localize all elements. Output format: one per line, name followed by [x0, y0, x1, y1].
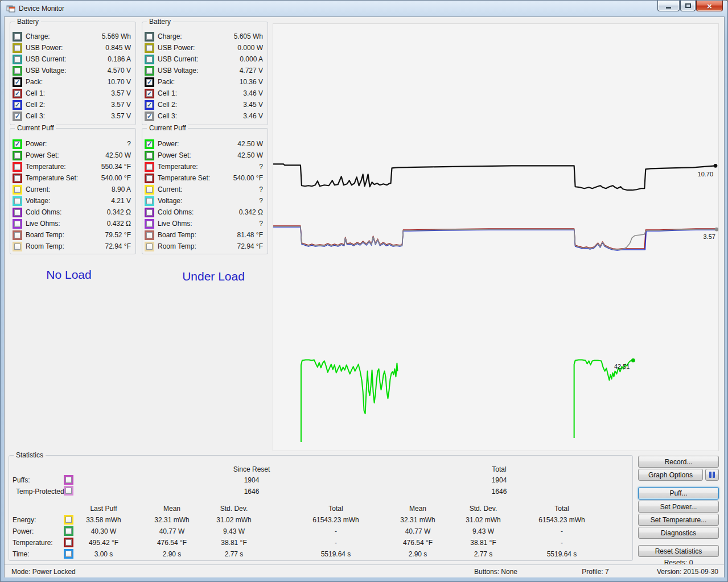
metric-row: Cold Ohms:0.342 Ω	[10, 207, 135, 218]
usb-voltage-checkbox[interactable]	[13, 66, 22, 76]
checkmark	[146, 175, 153, 181]
power-checkbox[interactable]: ✓	[145, 139, 154, 149]
cell-1-checkbox[interactable]: ✓	[13, 89, 22, 98]
puff-button[interactable]: Puff...	[638, 487, 719, 500]
room-temp-checkbox[interactable]	[145, 242, 154, 251]
metric-row: USB Voltage:4.570 V	[10, 65, 135, 76]
puffs-checkbox[interactable]	[64, 475, 73, 485]
usb-power-checkbox[interactable]	[13, 43, 22, 53]
checkmark	[14, 56, 20, 63]
metric-value: 10.70 V	[108, 78, 131, 86]
power-set-checkbox[interactable]	[145, 151, 154, 160]
current-checkbox[interactable]	[145, 185, 154, 195]
checkmark	[14, 221, 20, 227]
checkmark: ✓	[14, 141, 20, 147]
pause-button[interactable]	[705, 469, 719, 481]
graph-options-button[interactable]: Graph Options	[638, 469, 703, 481]
checkmark	[14, 187, 20, 193]
stat-cell: -	[513, 539, 610, 547]
temp-protected-count: 1646	[203, 488, 300, 496]
cold-ohms-checkbox[interactable]	[145, 208, 154, 217]
record-button[interactable]: Record...	[638, 456, 719, 468]
checkmark	[14, 175, 20, 181]
cell-2-checkbox[interactable]: ✓	[13, 100, 22, 110]
temperature-set-checkbox[interactable]	[145, 174, 154, 183]
live-ohms-checkbox[interactable]	[145, 219, 154, 229]
power-checkbox[interactable]: ✓	[13, 139, 22, 149]
temperature-checkbox[interactable]	[13, 162, 22, 172]
metric-value: 72.94 °F	[105, 242, 131, 250]
board-temp-checkbox[interactable]	[13, 230, 22, 240]
cell-1-checkbox[interactable]: ✓	[145, 89, 154, 98]
usb-current-checkbox[interactable]	[13, 55, 22, 64]
reset-statistics-button[interactable]: Reset Statistics	[638, 545, 719, 557]
group-title: Battery	[147, 18, 173, 26]
pack-checkbox[interactable]: ✓	[13, 77, 22, 87]
metric-label: Temperature:	[26, 163, 66, 171]
metric-value: 4.727 V	[240, 67, 263, 75]
minimize-button[interactable]	[657, 1, 680, 11]
metric-value: 3.45 V	[243, 101, 263, 109]
metric-row: Temperature:?	[142, 161, 268, 172]
metric-label: Cell 2:	[26, 101, 45, 109]
power-set-checkbox[interactable]	[13, 151, 22, 160]
metric-value: 79.52 °F	[105, 231, 131, 239]
checkmark	[146, 209, 153, 216]
metric-label: Cold Ohms:	[158, 208, 194, 216]
room-temp-checkbox[interactable]	[13, 242, 22, 251]
cell-3-checkbox[interactable]: ✓	[13, 112, 22, 121]
usb-voltage-checkbox[interactable]	[145, 66, 154, 76]
metric-value: 42.50 W	[237, 151, 263, 159]
live-ohms-checkbox[interactable]	[13, 219, 22, 229]
metric-label: USB Voltage:	[158, 67, 198, 75]
cold-ohms-checkbox[interactable]	[13, 208, 22, 217]
pack-checkbox[interactable]: ✓	[145, 77, 154, 87]
metric-row: Voltage:4.21 V	[10, 195, 135, 207]
voltage-checkbox[interactable]	[145, 196, 154, 206]
metric-row: Live Ohms:0.432 Ω	[10, 218, 135, 229]
temperature-checkbox[interactable]	[145, 162, 154, 172]
titlebar[interactable]: Device Monitor ×	[1, 1, 727, 16]
checkmark: ✓	[14, 102, 20, 108]
metric-row: ✓Power:?	[10, 138, 135, 150]
close-button[interactable]: ×	[696, 1, 723, 11]
metric-row: USB Current:0.186 A	[10, 53, 135, 65]
cell-2-checkbox[interactable]: ✓	[145, 100, 154, 110]
stat-section-header: Since Reset	[203, 465, 300, 473]
temperature-set-checkbox[interactable]	[13, 174, 22, 183]
metric-value: 3.57 V	[111, 101, 131, 109]
metric-label: Current:	[158, 185, 182, 193]
usb-power-checkbox[interactable]	[145, 43, 154, 53]
series-endpoint-dot	[715, 228, 719, 232]
current-checkbox[interactable]	[13, 185, 22, 195]
voltage-power-graph[interactable]: 10.703.5742.51	[273, 23, 719, 451]
metric-label: Room Temp:	[158, 242, 196, 250]
metric-value: 0.342 Ω	[107, 208, 131, 216]
metric-row: ✓Cell 2:3.57 V	[10, 99, 135, 110]
client-area: Battery Charge:5.569 WhUSB Power:0.845 W…	[4, 16, 725, 577]
checkmark	[146, 221, 153, 227]
series-value-label: 3.57	[704, 233, 715, 240]
stat-row-label: Energy:	[13, 516, 36, 524]
cell-3-checkbox[interactable]: ✓	[145, 112, 154, 121]
metric-value: ?	[127, 140, 131, 148]
group-title: Battery	[15, 18, 41, 26]
voltage-checkbox[interactable]	[13, 196, 22, 206]
metric-row: ✓Cell 3:3.46 V	[142, 110, 268, 122]
charge-checkbox[interactable]	[145, 32, 154, 42]
diagnostics-button[interactable]: Diagnostics	[638, 527, 719, 539]
usb-current-checkbox[interactable]	[145, 55, 154, 64]
board-temp-checkbox[interactable]	[145, 230, 154, 240]
checkmark	[14, 152, 20, 159]
maximize-button[interactable]	[680, 1, 696, 11]
metric-value: 5.605 Wh	[234, 32, 263, 40]
checkmark	[65, 488, 72, 494]
checkmark	[146, 68, 153, 74]
charge-checkbox[interactable]	[13, 32, 22, 42]
set-temperature-button[interactable]: Set Temperature...	[638, 514, 719, 526]
temp-protected-checkbox[interactable]	[64, 486, 73, 496]
minimize-icon	[666, 7, 671, 9]
set-power-button[interactable]: Set Power...	[638, 501, 719, 513]
pause-icon	[709, 472, 711, 478]
metric-label: USB Power:	[26, 44, 63, 52]
